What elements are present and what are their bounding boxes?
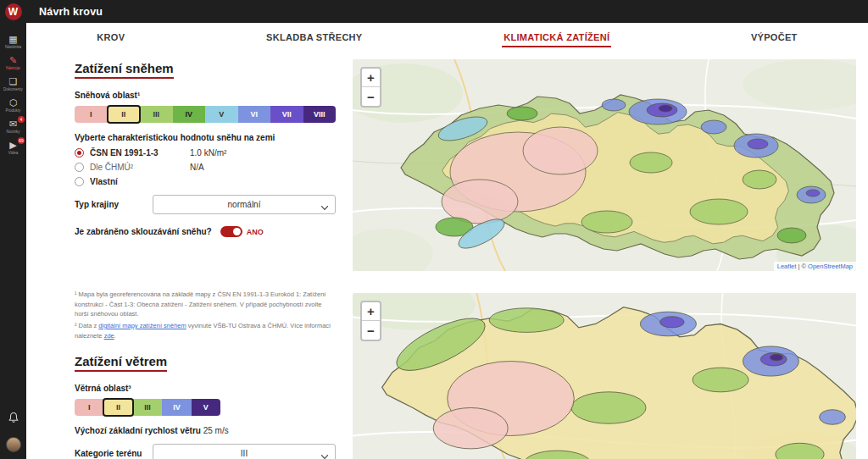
tab-vypocet[interactable]: VÝPOČET xyxy=(749,30,799,47)
topbar: Návrh krovu xyxy=(0,0,868,23)
sidebar-item-label: Novinky xyxy=(6,130,19,134)
sidebar-item-dokumenty[interactable]: ❏ Dokumenty xyxy=(0,73,26,94)
tab-bar: KROV SKLADBA STŘECHY KLIMATICKÁ ZATÍŽENÍ… xyxy=(26,23,868,47)
snow-option-chmu[interactable]: Dle ČHMÚ² N/A xyxy=(75,163,336,172)
chevron-down-icon xyxy=(321,202,328,212)
region-roman: VIII xyxy=(314,110,326,119)
sidebar-item-videa[interactable]: 69 ▶ Videa xyxy=(0,136,26,158)
region-roman: III xyxy=(153,110,159,119)
tools-icon: ✎ xyxy=(9,55,17,65)
snow-region-V[interactable]: V xyxy=(205,106,238,123)
snow-region-II-selected[interactable]: II xyxy=(108,106,141,123)
map-zoom-control: + − xyxy=(360,67,381,108)
products-icon: ⬡ xyxy=(9,97,18,108)
region-roman: VI xyxy=(250,110,258,119)
osm-link[interactable]: OpenStreetMap xyxy=(808,263,853,270)
news-icon: ✉ xyxy=(9,119,17,129)
notifications-bell-icon[interactable] xyxy=(7,412,20,429)
map-attribution: Leaflet | © OpenStreetMap xyxy=(774,262,856,271)
map-zoom-control: + − xyxy=(360,301,381,341)
news-badge: 4 xyxy=(18,116,25,123)
snow-region-IV[interactable]: IV xyxy=(173,106,206,123)
option-label: Dle ČHMÚ² xyxy=(90,163,190,172)
video-icon: ▶ xyxy=(9,140,16,150)
snow-slide-toggle[interactable] xyxy=(220,226,242,237)
wind-speed-value: 25 m/s xyxy=(203,426,229,435)
snow-region-I[interactable]: I xyxy=(75,106,108,123)
option-label: Vlastní xyxy=(90,177,190,186)
snow-region-VII[interactable]: VII xyxy=(270,106,303,123)
sidebar: W ▦ Nástěnka ✎ Nástroje ❏ Dokumenty ⬡ Pr… xyxy=(0,0,26,459)
snow-value-choose-label: Vyberte charakteristickou hodnotu sněhu … xyxy=(75,133,336,142)
snow-region-VI[interactable]: VI xyxy=(238,106,271,123)
zoom-in-button[interactable]: + xyxy=(362,69,380,87)
terrain-category-value: III xyxy=(241,449,248,458)
dashboard-icon: ▦ xyxy=(8,34,17,44)
wind-speed-row: Výchozí základní rychlost větru 25 m/s xyxy=(75,426,336,435)
tab-krov[interactable]: KROV xyxy=(95,30,126,47)
documents-icon: ❏ xyxy=(9,76,18,86)
terrain-category-label: Kategorie terénu xyxy=(75,449,153,458)
footnote-2-text: ² Data z xyxy=(75,322,98,329)
region-roman: IV xyxy=(185,110,192,119)
footnotes: ¹ Mapa byla georeferencována na základě … xyxy=(75,290,336,340)
footnote-2-text: . xyxy=(114,332,116,340)
wind-region-II-selected[interactable]: II xyxy=(103,399,132,416)
wind-region-label: Větrná oblast³ xyxy=(75,384,131,393)
region-roman: II xyxy=(116,403,120,412)
zoom-in-button[interactable]: + xyxy=(362,302,380,321)
radio-icon[interactable] xyxy=(75,177,84,186)
leaflet-link[interactable]: Leaflet xyxy=(777,263,797,270)
wind-map[interactable]: + − xyxy=(353,293,856,459)
more-info-link[interactable]: zde xyxy=(104,332,114,340)
snow-map[interactable]: + − Leaflet | © OpenStreetMap xyxy=(353,59,856,271)
app-logo[interactable]: W xyxy=(5,3,22,20)
sidebar-item-label: Videa xyxy=(8,151,18,155)
sidebar-item-nastroje[interactable]: ✎ Nástroje xyxy=(0,52,26,73)
radio-icon[interactable] xyxy=(75,163,84,172)
footnote-1: ¹ Mapa byla georeferencována na základě … xyxy=(75,290,336,319)
region-roman: IV xyxy=(173,403,181,412)
video-badge: 69 xyxy=(18,137,25,144)
wind-section-heading: Zatížení větrem xyxy=(75,354,167,372)
sidebar-item-nastenka[interactable]: ▦ Nástěnka xyxy=(0,30,26,52)
region-roman: V xyxy=(219,110,224,119)
attribution-separator: | © xyxy=(796,263,808,270)
region-roman: I xyxy=(90,110,92,119)
terrain-type-select[interactable]: normální xyxy=(153,195,336,214)
snow-region-label: Sněhová oblast¹ xyxy=(75,91,140,100)
region-roman: VII xyxy=(282,110,292,119)
snow-option-vlastni[interactable]: Vlastní xyxy=(75,177,336,186)
sidebar-item-novinky[interactable]: 4 ✉ Novinky xyxy=(0,115,26,136)
wind-region-V[interactable]: V xyxy=(192,399,220,416)
wind-region-IV[interactable]: IV xyxy=(162,399,191,416)
region-roman: III xyxy=(144,403,151,412)
wind-region-I[interactable]: I xyxy=(75,399,103,416)
terrain-type-value: normální xyxy=(228,200,261,209)
radio-selected-icon[interactable] xyxy=(75,148,84,158)
sidebar-item-label: Nástěnka xyxy=(5,45,21,49)
snow-region-band: I II III IV V VI VII VIII xyxy=(75,106,336,123)
sidebar-item-label: Dokumenty xyxy=(3,87,23,91)
option-label: ČSN EN 1991-1-3 xyxy=(90,148,190,158)
snow-region-III[interactable]: III xyxy=(140,106,173,123)
user-avatar[interactable] xyxy=(6,437,21,452)
zoom-out-button[interactable]: − xyxy=(362,87,380,106)
terrain-category-select[interactable]: III xyxy=(153,444,336,459)
tab-klimaticka-zatizeni[interactable]: KLIMATICKÁ ZATÍŽENÍ xyxy=(502,30,611,47)
footnote-2: ² Data z digitální mapy zatížení sněhem … xyxy=(75,321,336,340)
snow-region-VIII[interactable]: VIII xyxy=(303,106,337,123)
terrain-type-label: Typ krajiny xyxy=(75,200,153,209)
sidebar-item-produkty[interactable]: ⬡ Produkty xyxy=(0,94,26,115)
tab-skladba-strechy[interactable]: SKLADBA STŘECHY xyxy=(264,30,364,47)
zoom-out-button[interactable]: − xyxy=(362,321,380,340)
snow-map-link[interactable]: digitální mapy zatížení sněhem xyxy=(98,322,186,329)
snow-section-heading: Zatížení sněhem xyxy=(75,61,174,79)
option-value: N/A xyxy=(190,163,204,172)
main-content: KROV SKLADBA STŘECHY KLIMATICKÁ ZATÍŽENÍ… xyxy=(26,23,868,459)
option-value: 1.0 kN/m² xyxy=(190,148,226,158)
snow-option-csn[interactable]: ČSN EN 1991-1-3 1.0 kN/m² xyxy=(75,148,336,158)
wind-region-III[interactable]: III xyxy=(133,399,162,416)
settings-panel: Zatížení sněhem Sněhová oblast¹ I II III… xyxy=(75,47,336,459)
sidebar-item-label: Produkty xyxy=(6,108,21,113)
